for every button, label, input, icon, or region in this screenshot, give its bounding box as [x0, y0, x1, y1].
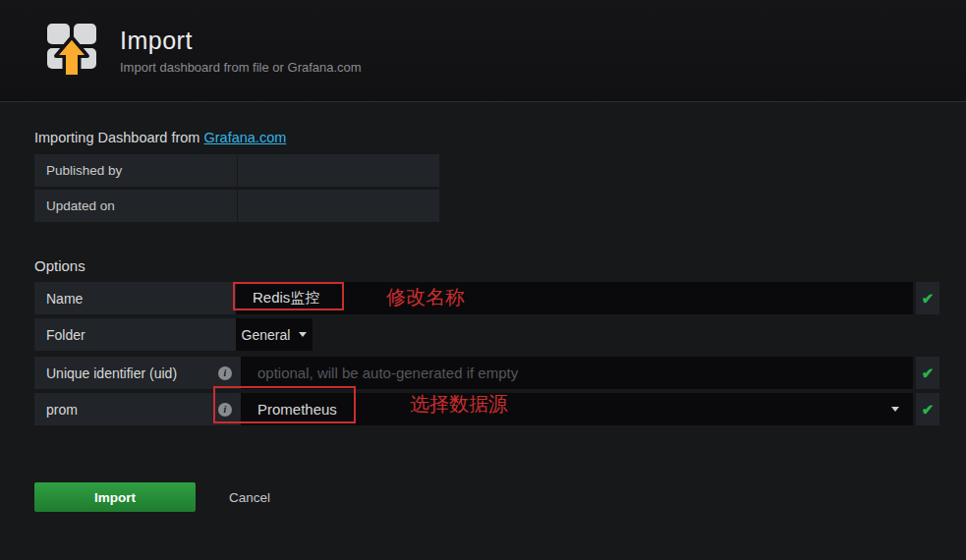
page-header: Import Import dashboard from file or Gra…	[0, 0, 966, 102]
published-by-row: Published by	[34, 154, 439, 187]
folder-dropdown-value: General	[242, 327, 291, 343]
importing-from-line: Importing Dashboard from Grafana.com	[34, 130, 939, 145]
uid-label: Unique identifier (uid) i	[34, 357, 241, 389]
chevron-down-icon	[299, 332, 307, 337]
import-dashboard-page: Import Import dashboard from file or Gra…	[0, 0, 966, 560]
updated-on-value	[238, 190, 439, 222]
updated-on-label: Updated on	[34, 190, 238, 222]
dashboard-import-icon	[47, 22, 98, 81]
updated-on-row: Updated on	[34, 190, 439, 222]
page-title: Import	[120, 27, 362, 55]
options-heading: Options	[34, 257, 939, 274]
import-button[interactable]: Import	[34, 482, 196, 512]
name-label: Name	[34, 282, 236, 314]
folder-label: Folder	[34, 318, 236, 351]
datasource-select[interactable]: Prometheus	[241, 393, 913, 425]
info-icon[interactable]: i	[218, 366, 232, 380]
name-valid-check-icon: ✔	[916, 282, 939, 314]
datasource-select-value: Prometheus	[257, 401, 337, 418]
published-by-value	[238, 154, 439, 187]
dashboard-info-table: Published by Updated on	[34, 154, 439, 222]
name-input[interactable]	[236, 282, 913, 314]
cancel-button[interactable]: Cancel	[229, 490, 270, 505]
uid-valid-check-icon: ✔	[916, 357, 939, 389]
info-icon[interactable]: i	[218, 403, 232, 417]
datasource-row: prom i Prometheus ✔	[34, 393, 939, 425]
name-row: Name ✔	[34, 282, 939, 314]
page-subtitle: Import dashboard from file or Grafana.co…	[120, 60, 362, 75]
folder-row: Folder General	[34, 318, 939, 351]
chevron-down-icon	[891, 407, 899, 412]
importing-from-text: Importing Dashboard from	[34, 130, 203, 145]
action-buttons: Import Cancel	[34, 482, 939, 512]
published-by-label: Published by	[34, 154, 238, 187]
header-text: Import Import dashboard from file or Gra…	[120, 27, 362, 75]
uid-row: Unique identifier (uid) i ✔	[34, 357, 939, 389]
main-content: Importing Dashboard from Grafana.com Pub…	[0, 130, 966, 512]
grafana-com-link[interactable]: Grafana.com	[203, 130, 286, 145]
uid-input[interactable]	[241, 357, 913, 389]
folder-dropdown[interactable]: General	[236, 318, 313, 351]
import-options-form: Name ✔ Folder General Unique identifier …	[34, 282, 939, 425]
datasource-valid-check-icon: ✔	[916, 393, 939, 425]
datasource-label: prom i	[34, 393, 241, 425]
